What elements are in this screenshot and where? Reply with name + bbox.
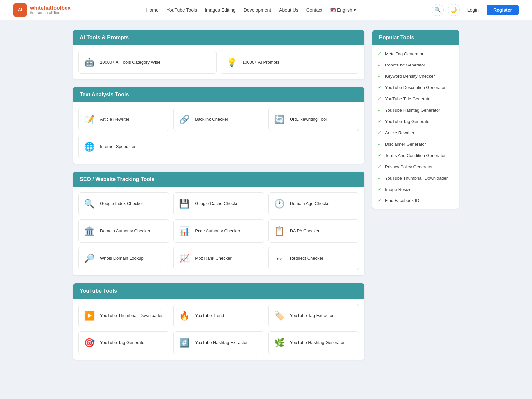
tool-yt-tag-generator-label: YouTube Tag Generator [100,340,146,346]
tool-internet-speed[interactable]: 🌐 Internet Speed Test [78,135,169,158]
navbar: AI whitehattoolbox the place for all Too… [0,0,532,20]
tool-url-rewriting-label: URL Rewriting Tool [290,117,327,122]
brand-logo-icon: AI [13,3,27,17]
popular-item-disclaimer[interactable]: ✓ Disclaimer Generator [372,138,459,150]
check-icon: ✓ [378,73,382,79]
nav-development[interactable]: Development [244,7,271,13]
tool-yt-thumbnail-icon: ▶️ [83,309,96,322]
tool-domain-authority-label: Domain Authority Checker [100,228,150,234]
tool-yt-hashtag-generator-label: YouTube Hashtag Generator [290,340,345,346]
tool-article-rewriter[interactable]: 📝 Article Rewriter [78,108,169,131]
popular-tools-card: Popular Tools ✓ Meta Tag Generator ✓ Rob… [372,30,459,209]
tool-ai-category-label: 10000+ AI Tools Category Wise [100,60,161,65]
popular-item-robots[interactable]: ✓ Robots.txt Generator [372,59,459,70]
tool-google-cache-label: Google Cache Checker [195,201,240,207]
tool-yt-trend[interactable]: 🔥 YouTube Trend [173,304,264,327]
tool-yt-thumbnail-label: YouTube Thumbnail Downloader [100,313,163,319]
tool-google-index-icon: 🔍 [83,197,96,210]
register-button[interactable]: Register [487,5,519,15]
tool-page-authority[interactable]: 📊 Page Authority Checker [173,219,264,243]
nav-actions: 🔍 🌙 Login Register [432,4,519,16]
popular-item-meta-tag[interactable]: ✓ Meta Tag Generator [372,48,459,59]
tool-url-rewriting[interactable]: 🔄 URL Rewriting Tool [268,108,359,131]
popular-item-yt-title[interactable]: ✓ YouTube Title Generator [372,93,459,104]
tool-domain-age[interactable]: 🕐 Domain Age Checker [268,192,359,215]
popular-item-article-rewriter[interactable]: ✓ Article Rewriter [372,127,459,138]
popular-item-image-resizer[interactable]: ✓ Image Resizer [372,184,459,195]
popular-item-keyword-density[interactable]: ✓ Keyword Density Checker [372,70,459,82]
tool-google-index[interactable]: 🔍 Google Index Checker [78,192,169,215]
nav-about-us[interactable]: About Us [279,7,298,13]
tool-article-rewriter-icon: 📝 [83,113,96,126]
tool-backlink-checker[interactable]: 🔗 Backlink Checker [173,108,264,131]
popular-item-terms[interactable]: ✓ Terms And Condition Generator [372,150,459,161]
check-icon: ✓ [378,107,382,113]
check-icon: ✓ [378,51,382,56]
check-icon: ✓ [378,119,382,124]
tool-internet-speed-label: Internet Speed Test [100,144,138,150]
tool-whois-label: Whois Domain Lookup [100,256,144,261]
section-text-analysis: Text Analysis Tools 📝 Article Rewriter 🔗… [73,87,364,164]
tool-whois[interactable]: 🔎 Whois Domain Lookup [78,247,169,270]
tool-moz-rank-label: Moz Rank Checker [195,256,232,261]
popular-item-yt-tag-gen[interactable]: ✓ YouTube Tag Generator [372,116,459,127]
popular-item-find-facebook[interactable]: ✓ Find Facebook ID [372,195,459,206]
check-icon: ✓ [378,153,382,158]
tool-url-rewriting-icon: 🔄 [273,113,286,126]
nav-contact[interactable]: Contact [306,7,322,13]
nav-home[interactable]: Home [146,7,158,13]
tool-yt-tag-generator[interactable]: 🎯 YouTube Tag Generator [78,331,169,354]
tool-yt-hashtag-extractor-label: YouTube Hashtag Extractor [195,340,248,346]
tool-yt-tag-extractor-icon: 🏷️ [273,309,286,322]
tool-yt-trend-icon: 🔥 [178,309,191,322]
tool-article-rewriter-label: Article Rewriter [100,117,129,122]
tool-yt-tag-generator-icon: 🎯 [83,336,96,349]
brand-logo-link[interactable]: AI whitehattoolbox the place for all Too… [13,3,71,17]
popular-item-yt-thumbnail-dl[interactable]: ✓ YouTube Thumbnail Downloader [372,172,459,184]
tool-google-cache[interactable]: 💾 Google Cache Checker [173,192,264,215]
tool-yt-tag-extractor-label: YouTube Tag Extractor [290,313,333,319]
section-ai-tools: AI Tools & Prompts 🤖 10000+ AI Tools Cat… [73,30,364,79]
section-seo-tools-body: 🔍 Google Index Checker 💾 Google Cache Ch… [73,187,364,275]
check-icon: ✓ [378,141,382,147]
tool-google-cache-icon: 💾 [178,197,191,210]
tool-yt-tag-extractor[interactable]: 🏷️ YouTube Tag Extractor [268,304,359,327]
tool-domain-age-label: Domain Age Checker [290,201,331,207]
tool-redirect-checker-label: Redirect Checker [290,256,323,261]
check-icon: ✓ [378,164,382,169]
tool-da-pa-icon: 📋 [273,224,286,238]
tool-da-pa-label: DA PA Checker [290,228,320,234]
tool-da-pa[interactable]: 📋 DA PA Checker [268,219,359,243]
tool-yt-hashtag-generator[interactable]: 🌿 YouTube Hashtag Generator [268,331,359,354]
tool-domain-authority[interactable]: 🏛️ Domain Authority Checker [78,219,169,243]
tool-yt-hashtag-extractor[interactable]: #️⃣ YouTube Hashtag Extractor [173,331,264,354]
section-youtube-tools-body: ▶️ YouTube Thumbnail Downloader 🔥 YouTub… [73,299,364,360]
section-seo-tools: SEO / Website Tracking Tools 🔍 Google In… [73,172,364,275]
tool-yt-thumbnail[interactable]: ▶️ YouTube Thumbnail Downloader [78,304,169,327]
nav-language[interactable]: 🇺🇸 English ▾ [330,7,356,13]
dark-mode-toggle[interactable]: 🌙 [448,4,460,16]
popular-item-privacy[interactable]: ✓ Privacy Policy Generator [372,161,459,172]
tool-ai-category[interactable]: 🤖 10000+ AI Tools Category Wise [78,51,217,74]
nav-youtube-tools[interactable]: YouTube Tools [167,7,197,13]
login-button[interactable]: Login [464,5,483,15]
check-icon: ✓ [378,198,382,203]
content-area: AI Tools & Prompts 🤖 10000+ AI Tools Cat… [73,30,364,360]
search-button[interactable]: 🔍 [432,4,444,16]
tool-google-index-label: Google Index Checker [100,201,143,207]
sidebar: Popular Tools ✓ Meta Tag Generator ✓ Rob… [372,30,459,360]
section-ai-tools-header: AI Tools & Prompts [73,30,364,45]
tool-moz-rank[interactable]: 📈 Moz Rank Checker [173,247,264,270]
tool-redirect-checker-icon: ↔️ [273,252,286,265]
section-text-analysis-header: Text Analysis Tools [73,87,364,102]
tool-redirect-checker[interactable]: ↔️ Redirect Checker [268,247,359,270]
tool-page-authority-icon: 📊 [178,224,191,238]
tool-yt-hashtag-generator-icon: 🌿 [273,336,286,349]
popular-item-yt-hashtag-gen[interactable]: ✓ YouTube Hashtag Generator [372,104,459,116]
nav-images-editing[interactable]: Images Editing [205,7,236,13]
tool-internet-speed-icon: 🌐 [83,140,96,153]
tool-ai-prompts[interactable]: 💡 10000+ AI Prompts [221,51,359,74]
popular-item-yt-description[interactable]: ✓ YouTube Description Generator [372,82,459,93]
check-icon: ✓ [378,62,382,67]
tool-moz-rank-icon: 📈 [178,252,191,265]
